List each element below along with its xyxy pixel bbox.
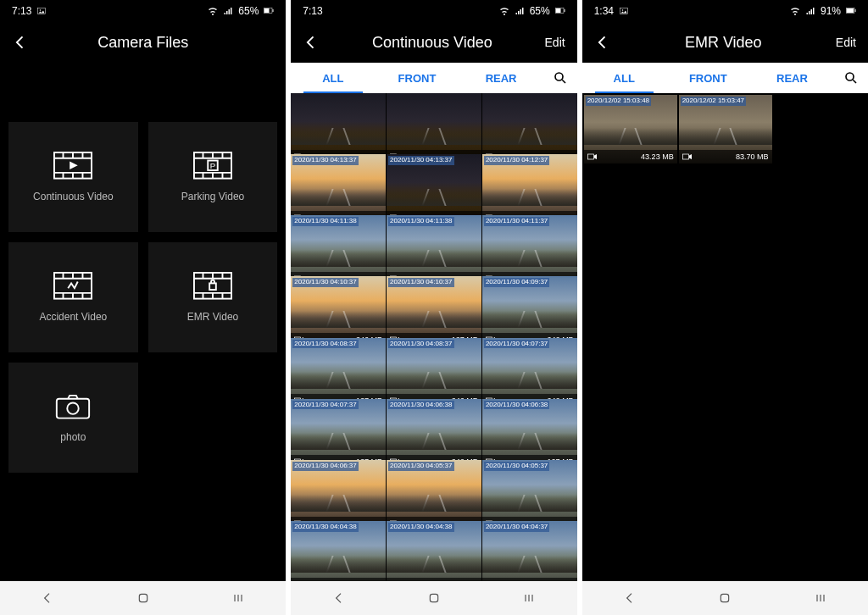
svg-rect-104: [430, 594, 437, 601]
video-thumbnail[interactable]: 2020/11/30 04:13:37127 MB: [387, 154, 481, 224]
video-thumbnail[interactable]: 2020/11/30 04:07:37127 MB: [291, 399, 386, 469]
video-thumbnail[interactable]: 2020/11/30 04:09:37246 MB: [482, 276, 577, 346]
status-battery: 91%: [821, 5, 841, 17]
thumbnail-timestamp: 2020/11/30 04:06:38: [484, 401, 549, 410]
video-thumbnail[interactable]: 2020/11/30 04:04:38: [291, 521, 386, 581]
video-thumbnail[interactable]: 2020/11/30 04:08:37127 MB: [291, 338, 386, 408]
nav-home-icon[interactable]: [136, 591, 150, 605]
tab-front[interactable]: FRONT: [666, 63, 750, 93]
card-photo[interactable]: photo: [8, 363, 138, 473]
search-icon: [843, 70, 859, 86]
wifi-icon: [208, 6, 218, 16]
edit-button[interactable]: Edit: [836, 36, 856, 49]
edit-button[interactable]: Edit: [545, 36, 565, 49]
back-icon[interactable]: [594, 34, 611, 51]
back-icon[interactable]: [303, 34, 320, 51]
camera-files-grid: Continuous Video P Parking Video: [0, 63, 286, 581]
thumbnail-timestamp: 2020/11/30 04:10:37: [388, 278, 453, 287]
system-nav: [582, 581, 868, 615]
nav-recent-icon[interactable]: [522, 591, 536, 605]
video-thumbnail[interactable]: 2020/11/30 04:05:37127 MB: [387, 460, 481, 530]
thumbnail-timestamp: 2020/11/30 04:06:37: [292, 462, 358, 471]
video-thumbnail[interactable]: 2020/11/30 04:06:37246 MB: [291, 460, 386, 530]
status-bar: 7:13 65%: [0, 0, 286, 22]
page-header: EMR Video Edit: [582, 22, 868, 63]
nav-recent-icon[interactable]: [814, 591, 827, 605]
video-thumbnail[interactable]: 2020/11/30 04:11:38127 MB: [291, 215, 386, 285]
video-thumbnail[interactable]: 2020/11/30 04:08:37246 MB: [387, 338, 481, 408]
svg-rect-4: [273, 9, 274, 12]
nav-back-icon[interactable]: [41, 591, 54, 605]
page-header: Camera Files: [0, 22, 286, 63]
video-thumbnail[interactable]: 2020/11/30 04:11:38127 MB: [387, 215, 481, 285]
svg-rect-117: [682, 154, 688, 159]
video-thumbnail[interactable]: 2020/11/30 04:13:37246 MB: [291, 154, 386, 224]
tab-all[interactable]: ALL: [291, 63, 375, 93]
continuous-video-icon: [53, 152, 92, 180]
video-thumbnail[interactable]: 127 MB: [291, 93, 386, 163]
svg-point-113: [846, 73, 854, 80]
search-button[interactable]: [834, 63, 868, 93]
card-continuous-video[interactable]: Continuous Video: [8, 122, 138, 232]
nav-home-icon[interactable]: [718, 591, 732, 605]
nav-back-icon[interactable]: [623, 591, 637, 605]
card-label: Continuous Video: [33, 191, 114, 202]
search-button[interactable]: [543, 63, 577, 93]
svg-marker-116: [594, 154, 597, 159]
thumbnail-timestamp: 2020/11/30 04:04:37: [484, 523, 549, 532]
video-thumbnail[interactable]: 2020/11/30 04:07:37246 MB: [482, 338, 577, 408]
page-title: Continuous Video: [320, 34, 544, 52]
card-label: Accident Video: [39, 311, 107, 323]
image-icon: [619, 6, 629, 16]
video-thumbnail[interactable]: 127 MB: [482, 93, 577, 163]
tab-front[interactable]: FRONT: [375, 63, 459, 93]
video-thumbnail[interactable]: 2020/11/30 04:04:37: [482, 521, 577, 581]
svg-rect-53: [564, 9, 565, 12]
phone-screen-camera-files: 7:13 65% Camera Files Continuous Vid: [0, 0, 286, 615]
tab-rear[interactable]: REAR: [459, 63, 543, 93]
video-thumbnail[interactable]: 2020/12/02 15:03:4843.23 MB: [584, 95, 677, 163]
nav-recent-icon[interactable]: [231, 591, 245, 605]
video-thumbnail[interactable]: 2020/11/30 04:12:37246 MB: [482, 154, 577, 224]
video-thumbnail[interactable]: 2020/11/30 04:10:37246 MB: [291, 276, 386, 346]
emr-video-icon: [193, 272, 232, 301]
status-battery: 65%: [530, 5, 550, 17]
svg-rect-115: [587, 154, 593, 159]
video-thumbnail[interactable]: 2020/11/30 04:10:37127 MB: [387, 276, 481, 346]
svg-rect-52: [555, 8, 560, 13]
battery-icon: [555, 6, 565, 16]
thumbnail-size: 43.23 MB: [641, 152, 674, 161]
tab-all[interactable]: ALL: [582, 63, 666, 93]
video-thumbnail[interactable]: 2020/12/02 15:03:4783.70 MB: [679, 95, 772, 163]
page-title: Camera Files: [29, 34, 257, 52]
card-parking-video[interactable]: P Parking Video: [148, 122, 278, 232]
card-accident-video[interactable]: Accident Video: [8, 242, 138, 352]
photo-icon: [53, 392, 92, 421]
phone-screen-continuous-video: 7:13 65% Continuous Video Edit ALL FRONT…: [291, 0, 576, 615]
thumbnail-timestamp: 2020/11/30 04:06:38: [388, 401, 453, 410]
status-time: 7:13: [12, 5, 31, 17]
thumbnail-timestamp: 2020/11/30 04:11:38: [388, 217, 453, 226]
thumbnail-timestamp: 2020/11/30 04:13:37: [388, 156, 453, 165]
svg-line-114: [853, 80, 856, 83]
video-thumbnail[interactable]: 2020/11/30 04:11:37246 MB: [482, 215, 577, 285]
video-icon: [587, 152, 598, 161]
tab-rear[interactable]: REAR: [750, 63, 834, 93]
thumbnail-timestamp: 2020/11/30 04:05:37: [388, 462, 453, 471]
back-icon[interactable]: [12, 34, 29, 51]
thumbnail-timestamp: 2020/11/30 04:08:37: [388, 340, 453, 349]
image-icon: [36, 6, 47, 16]
video-thumbnail[interactable]: 246 MB: [387, 93, 481, 163]
battery-icon: [264, 6, 274, 16]
card-emr-video[interactable]: EMR Video: [148, 242, 278, 352]
signal-icon: [223, 6, 233, 16]
thumbnail-timestamp: 2020/11/30 04:11:38: [292, 217, 358, 226]
video-thumbnail[interactable]: 2020/11/30 04:06:38127 MB: [482, 399, 577, 469]
nav-home-icon[interactable]: [427, 591, 441, 605]
nav-back-icon[interactable]: [332, 591, 346, 605]
video-thumbnail[interactable]: 2020/11/30 04:05:37246 MB: [482, 460, 577, 530]
video-thumbnail[interactable]: 2020/11/30 04:04:38: [387, 521, 481, 581]
video-thumbnail[interactable]: 2020/11/30 04:06:38246 MB: [387, 399, 481, 469]
thumbnail-timestamp: 2020/11/30 04:05:37: [484, 462, 549, 471]
signal-icon: [515, 6, 525, 16]
